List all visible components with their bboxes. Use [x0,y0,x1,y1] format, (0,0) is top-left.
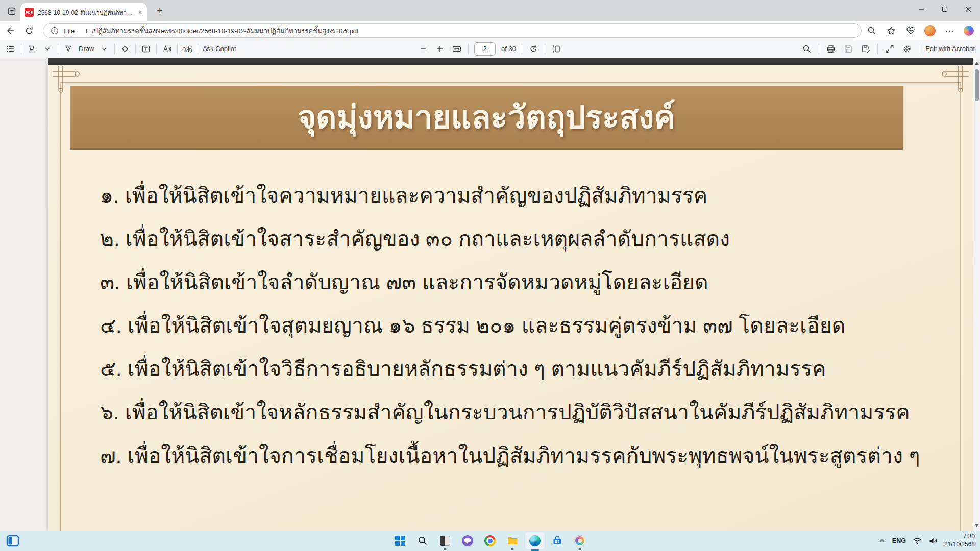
taskbar-clock[interactable]: 7:30 21/10/2568 [944,533,975,548]
clock-time: 7:30 [963,533,975,541]
new-tab-button[interactable]: + [153,4,166,17]
fit-to-width-icon[interactable] [451,42,462,56]
corner-ornament-right [933,66,969,102]
taskbar-edge-button-active[interactable] [525,532,545,550]
table-of-contents-icon[interactable] [5,42,16,56]
scrollbar-thumb[interactable] [975,69,979,101]
pdf-toolbar-left: Draw aあ Ask Copilot [5,40,236,58]
favorites-star-icon[interactable] [884,23,898,38]
vertical-scrollbar[interactable] [973,58,980,531]
edit-with-acrobat-button[interactable]: Edit with Acrobat [925,45,975,53]
file-explorer-icon [507,535,518,546]
ellipsis-icon: ⋯ [945,26,954,36]
save-as-icon[interactable] [860,42,871,56]
taskbar-search-button[interactable] [412,532,433,550]
running-indicator [579,548,581,550]
divider [177,44,178,54]
rotate-icon[interactable] [528,42,539,56]
page-info-icon[interactable] [51,27,59,35]
language-indicator[interactable]: ENG [892,537,906,544]
profile-avatar[interactable] [923,23,937,38]
page-view-icon[interactable] [551,42,562,56]
draw-tool-icon[interactable] [63,42,74,56]
page-number-input[interactable] [474,42,496,56]
objective-item-2: ๒. เพื่อให้นิสิตเข้าใจสาระสำคัญของ ๓๐ กถ… [100,217,952,261]
objective-item-4: ๔. เพื่อให้นิสิตเข้าใจสุตมยญาณ ๑๖ ธรรม ๒… [100,304,952,347]
address-bar-row: File E:/ปฏิสัมภิทามรรคชั้นสูงNew%20folde… [0,21,980,40]
divider [21,44,21,54]
divider [135,44,136,54]
pdf-toolbar-right: Edit with Acrobat [801,40,975,58]
active-tab[interactable]: PDF 2568-10-19-02-สัมมนาปฏิสัมภิทามร × [20,3,147,21]
divider [877,44,878,54]
previous-page-edge [48,58,973,65]
tab-actions-menu-icon[interactable] [5,5,18,18]
chrome-icon [484,535,496,546]
objective-item-6: ๖. เพื่อให้นิสิตเข้าใจหลักธรรมสำคัญในกระ… [100,391,952,434]
taskbar-file-explorer-button[interactable] [502,532,523,550]
fullscreen-icon[interactable] [884,42,895,56]
running-indicator [444,548,447,550]
volume-icon[interactable] [928,537,938,545]
highlight-chevron-icon[interactable] [42,42,53,56]
pdf-page-slide: จุดมุ่งหมายและวัตถุประสงค์ ๑. เพื่อให้นิ… [48,65,973,531]
zoom-in-icon[interactable] [434,42,446,56]
divider [468,44,469,54]
windows-taskbar: ENG 7:30 21/10/2568 [0,531,980,551]
start-button[interactable] [390,532,410,550]
search-icon [418,536,428,546]
pdf-settings-gear-icon[interactable] [901,42,913,56]
wifi-icon[interactable] [913,537,922,545]
scroll-down-arrow[interactable] [975,524,979,527]
pdf-favicon: PDF [24,8,34,17]
settings-more-icon[interactable]: ⋯ [942,23,957,38]
objective-item-7: ๗. เพื่อให้นิสิตเข้าใจการเชื่อมโยงเนื้อห… [100,434,952,478]
zoom-indicator-icon[interactable] [865,23,879,38]
refresh-icon[interactable] [21,23,37,38]
highlight-tool-icon[interactable] [26,42,37,56]
slide-title: จุดมุ่งหมายและวัตถุประสงค์ [298,93,675,141]
scroll-up-arrow[interactable] [975,62,979,65]
tray-chevron-up-icon[interactable] [878,538,886,544]
avatar [924,25,936,36]
objective-item-1: ๑. เพื่อให้นิสิตเข้าใจความหมายและความสำค… [100,174,952,217]
draw-chevron-icon[interactable] [99,42,110,56]
browser-essentials-icon[interactable] [903,23,918,38]
add-text-tool-icon[interactable] [140,42,152,56]
print-icon[interactable] [825,42,837,56]
taskbar-app-dark[interactable] [435,532,455,550]
back-icon[interactable] [3,23,18,38]
window-controls [910,0,980,18]
microsoft-store-icon [552,535,563,546]
objective-item-5: ๕. เพื่อให้นิสิตเข้าใจวิธีการอธิบายหลักธ… [100,347,952,391]
maximize-button[interactable] [933,0,957,18]
pdf-viewer: จุดมุ่งหมายและวัตถุประสงค์ ๑. เพื่อให้นิ… [0,58,980,531]
minimize-button[interactable] [910,0,933,18]
copilot-icon[interactable] [962,23,976,38]
divider [58,44,58,54]
ask-copilot-button[interactable]: Ask Copilot [203,45,236,53]
address-url-field[interactable]: File E:/ปฏิสัมภิทามรรคชั้นสูงNew%20folde… [43,23,862,38]
read-aloud-icon[interactable] [161,42,173,56]
taskbar-chat-button[interactable] [457,532,478,550]
taskbar-store-button[interactable] [547,532,568,550]
translate-icon[interactable]: aあ [182,44,193,54]
frame-line-right [960,82,961,531]
zoom-out-icon[interactable] [418,42,429,56]
taskbar-paint-button[interactable] [570,532,590,550]
taskbar-corner-app-icon[interactable] [6,534,19,547]
search-document-icon[interactable] [801,42,813,56]
close-window-button[interactable] [957,0,980,18]
taskbar-icons [390,531,590,551]
windows-logo-icon [395,536,405,546]
taskbar-chrome-button[interactable] [480,532,500,550]
divider [156,44,157,54]
divider [819,44,819,54]
url-text: E:/ปฏิสัมภิทามรรคชั้นสูงNew%20folder/256… [86,26,359,36]
draw-label[interactable]: Draw [79,45,94,53]
erase-tool-icon[interactable] [119,42,131,56]
divider [545,44,545,54]
tab-close-icon[interactable]: × [137,9,143,16]
tab-title: 2568-10-19-02-สัมมนาปฏิสัมภิทามร [38,8,133,17]
frame-line-left [60,82,61,531]
